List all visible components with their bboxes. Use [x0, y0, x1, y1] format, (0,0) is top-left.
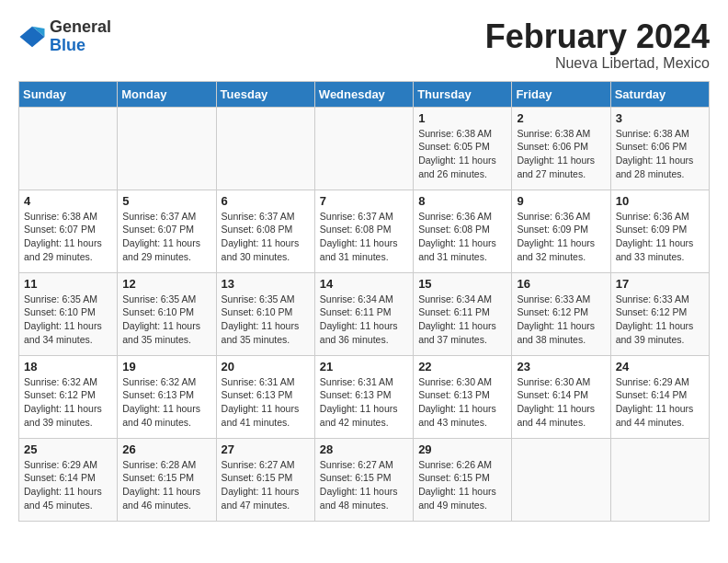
day-number: 19 [122, 360, 210, 373]
calendar-week-row: 4Sunrise: 6:38 AM Sunset: 6:07 PM Daylig… [19, 190, 710, 272]
calendar-cell: 18Sunrise: 6:32 AM Sunset: 6:12 PM Dayli… [19, 355, 118, 438]
location-subtitle: Nueva Libertad, Mexico [485, 55, 710, 72]
calendar-cell [19, 107, 118, 190]
calendar-cell: 1Sunrise: 6:38 AM Sunset: 6:05 PM Daylig… [414, 107, 512, 190]
day-info: Sunrise: 6:37 AM Sunset: 6:07 PM Dayligh… [122, 210, 210, 264]
calendar-cell: 2Sunrise: 6:38 AM Sunset: 6:06 PM Daylig… [512, 107, 610, 190]
day-info: Sunrise: 6:30 AM Sunset: 6:14 PM Dayligh… [517, 375, 605, 430]
calendar-cell [216, 107, 314, 190]
day-info: Sunrise: 6:36 AM Sunset: 6:08 PM Dayligh… [418, 210, 506, 264]
day-number: 15 [418, 277, 506, 291]
day-number: 9 [517, 194, 605, 208]
calendar-cell: 15Sunrise: 6:34 AM Sunset: 6:11 PM Dayli… [414, 272, 512, 355]
day-info: Sunrise: 6:38 AM Sunset: 6:06 PM Dayligh… [616, 127, 704, 181]
day-number: 29 [418, 442, 506, 456]
calendar-cell: 25Sunrise: 6:29 AM Sunset: 6:14 PM Dayli… [19, 438, 118, 521]
header-wednesday: Wednesday [314, 81, 413, 107]
day-info: Sunrise: 6:36 AM Sunset: 6:09 PM Dayligh… [517, 210, 605, 264]
day-number: 4 [24, 194, 112, 208]
calendar-cell: 7Sunrise: 6:37 AM Sunset: 6:08 PM Daylig… [314, 190, 413, 272]
day-info: Sunrise: 6:37 AM Sunset: 6:08 PM Dayligh… [320, 210, 408, 264]
day-info: Sunrise: 6:36 AM Sunset: 6:09 PM Dayligh… [616, 210, 704, 264]
header-friday: Friday [512, 81, 610, 107]
calendar-cell: 27Sunrise: 6:27 AM Sunset: 6:15 PM Dayli… [216, 438, 314, 521]
day-number: 18 [24, 360, 112, 373]
calendar-cell: 26Sunrise: 6:28 AM Sunset: 6:15 PM Dayli… [118, 438, 216, 521]
calendar-cell: 29Sunrise: 6:26 AM Sunset: 6:15 PM Dayli… [414, 438, 512, 521]
page-header: General Blue February 2024 Nueva Liberta… [18, 18, 710, 72]
header-thursday: Thursday [414, 81, 512, 107]
calendar-cell [314, 107, 413, 190]
calendar-cell [610, 438, 709, 521]
day-number: 12 [122, 277, 210, 291]
header-tuesday: Tuesday [216, 81, 314, 107]
day-info: Sunrise: 6:33 AM Sunset: 6:12 PM Dayligh… [517, 293, 605, 347]
day-info: Sunrise: 6:38 AM Sunset: 6:07 PM Dayligh… [24, 210, 112, 264]
calendar-cell: 3Sunrise: 6:38 AM Sunset: 6:06 PM Daylig… [610, 107, 709, 190]
day-info: Sunrise: 6:26 AM Sunset: 6:15 PM Dayligh… [418, 458, 506, 512]
calendar-cell [118, 107, 216, 190]
day-number: 17 [616, 277, 704, 291]
day-info: Sunrise: 6:30 AM Sunset: 6:13 PM Dayligh… [418, 375, 506, 430]
day-number: 8 [418, 194, 506, 208]
calendar-cell: 16Sunrise: 6:33 AM Sunset: 6:12 PM Dayli… [512, 272, 610, 355]
day-info: Sunrise: 6:31 AM Sunset: 6:13 PM Dayligh… [222, 375, 310, 430]
calendar-cell: 28Sunrise: 6:27 AM Sunset: 6:15 PM Dayli… [314, 438, 413, 521]
day-number: 25 [24, 442, 112, 456]
calendar-week-row: 18Sunrise: 6:32 AM Sunset: 6:12 PM Dayli… [19, 355, 710, 438]
day-number: 13 [222, 277, 310, 291]
calendar-week-row: 11Sunrise: 6:35 AM Sunset: 6:10 PM Dayli… [19, 272, 710, 355]
day-number: 2 [517, 111, 605, 125]
day-info: Sunrise: 6:34 AM Sunset: 6:11 PM Dayligh… [320, 293, 408, 347]
month-year-title: February 2024 [485, 18, 710, 55]
day-info: Sunrise: 6:34 AM Sunset: 6:11 PM Dayligh… [418, 293, 506, 347]
calendar-cell: 23Sunrise: 6:30 AM Sunset: 6:14 PM Dayli… [512, 355, 610, 438]
day-info: Sunrise: 6:28 AM Sunset: 6:15 PM Dayligh… [122, 458, 210, 512]
calendar-cell: 8Sunrise: 6:36 AM Sunset: 6:08 PM Daylig… [414, 190, 512, 272]
day-number: 11 [24, 277, 112, 291]
day-info: Sunrise: 6:37 AM Sunset: 6:08 PM Dayligh… [222, 210, 310, 264]
day-number: 21 [320, 360, 408, 373]
calendar-week-row: 25Sunrise: 6:29 AM Sunset: 6:14 PM Dayli… [19, 438, 710, 521]
calendar-table: SundayMondayTuesdayWednesdayThursdayFrid… [18, 81, 710, 522]
header-monday: Monday [118, 81, 216, 107]
logo: General Blue [18, 18, 111, 55]
day-info: Sunrise: 6:27 AM Sunset: 6:15 PM Dayligh… [320, 458, 408, 512]
header-saturday: Saturday [610, 81, 709, 107]
day-number: 7 [320, 194, 408, 208]
calendar-cell: 5Sunrise: 6:37 AM Sunset: 6:07 PM Daylig… [118, 190, 216, 272]
day-number: 1 [418, 111, 506, 125]
logo-icon [18, 23, 46, 51]
calendar-cell: 17Sunrise: 6:33 AM Sunset: 6:12 PM Dayli… [610, 272, 709, 355]
calendar-week-row: 1Sunrise: 6:38 AM Sunset: 6:05 PM Daylig… [19, 107, 710, 190]
day-number: 26 [122, 442, 210, 456]
calendar-cell: 9Sunrise: 6:36 AM Sunset: 6:09 PM Daylig… [512, 190, 610, 272]
day-number: 28 [320, 442, 408, 456]
calendar-cell: 10Sunrise: 6:36 AM Sunset: 6:09 PM Dayli… [610, 190, 709, 272]
day-number: 5 [122, 194, 210, 208]
day-info: Sunrise: 6:35 AM Sunset: 6:10 PM Dayligh… [222, 293, 310, 347]
calendar-cell: 20Sunrise: 6:31 AM Sunset: 6:13 PM Dayli… [216, 355, 314, 438]
calendar-cell: 19Sunrise: 6:32 AM Sunset: 6:13 PM Dayli… [118, 355, 216, 438]
calendar-cell: 14Sunrise: 6:34 AM Sunset: 6:11 PM Dayli… [314, 272, 413, 355]
day-info: Sunrise: 6:38 AM Sunset: 6:05 PM Dayligh… [418, 127, 506, 181]
day-info: Sunrise: 6:38 AM Sunset: 6:06 PM Dayligh… [517, 127, 605, 181]
day-number: 23 [517, 360, 605, 373]
calendar-cell: 21Sunrise: 6:31 AM Sunset: 6:13 PM Dayli… [314, 355, 413, 438]
day-info: Sunrise: 6:29 AM Sunset: 6:14 PM Dayligh… [616, 375, 704, 430]
logo-blue-text: Blue [50, 37, 111, 55]
day-info: Sunrise: 6:33 AM Sunset: 6:12 PM Dayligh… [616, 293, 704, 347]
day-info: Sunrise: 6:29 AM Sunset: 6:14 PM Dayligh… [24, 458, 112, 512]
calendar-cell: 11Sunrise: 6:35 AM Sunset: 6:10 PM Dayli… [19, 272, 118, 355]
day-info: Sunrise: 6:27 AM Sunset: 6:15 PM Dayligh… [222, 458, 310, 512]
day-number: 10 [616, 194, 704, 208]
day-number: 22 [418, 360, 506, 373]
calendar-cell [512, 438, 610, 521]
day-number: 6 [222, 194, 310, 208]
title-block: February 2024 Nueva Libertad, Mexico [485, 18, 710, 72]
day-info: Sunrise: 6:32 AM Sunset: 6:13 PM Dayligh… [122, 375, 210, 430]
calendar-cell: 12Sunrise: 6:35 AM Sunset: 6:10 PM Dayli… [118, 272, 216, 355]
calendar-cell: 22Sunrise: 6:30 AM Sunset: 6:13 PM Dayli… [414, 355, 512, 438]
calendar-cell: 13Sunrise: 6:35 AM Sunset: 6:10 PM Dayli… [216, 272, 314, 355]
day-number: 27 [222, 442, 310, 456]
